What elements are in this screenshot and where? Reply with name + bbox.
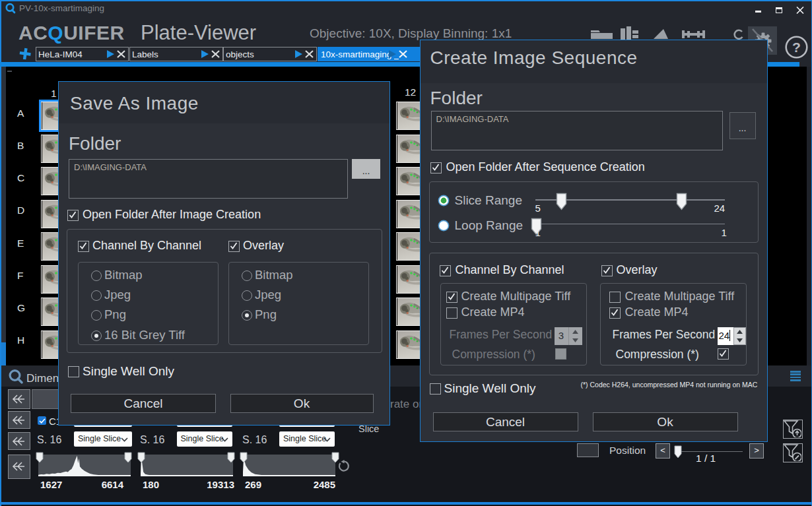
svg-text:?: ? [792, 40, 801, 55]
